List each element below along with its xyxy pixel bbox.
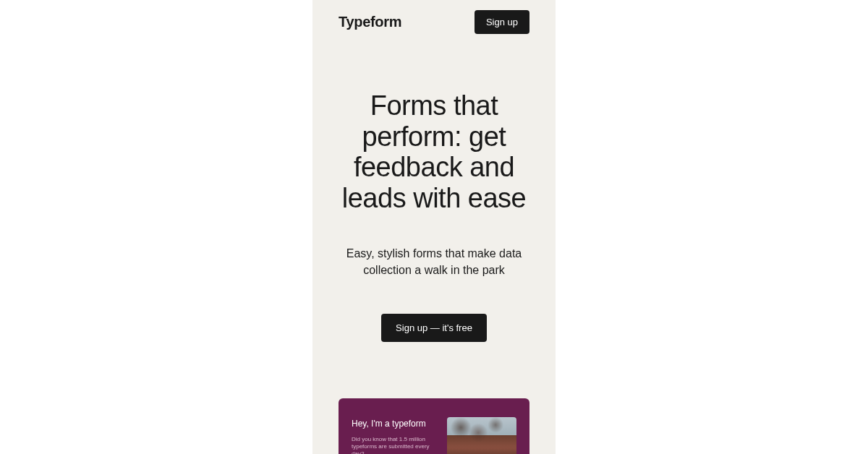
demo-card: Hey, I'm a typeform Did you know that 1.… — [339, 398, 529, 454]
signup-button-header[interactable]: Sign up — [475, 10, 529, 34]
hero-section: Forms that perform: get feedback and lea… — [312, 44, 556, 342]
demo-card-subtitle: Did you know that 1.5 million typeforms … — [352, 436, 431, 454]
image-overlay — [447, 417, 516, 454]
hero-title: Forms that perform: get feedback and lea… — [327, 90, 541, 213]
cta-signup-button[interactable]: Sign up — it's free — [381, 314, 487, 342]
demo-card-image — [447, 417, 516, 454]
hero-subtitle: Easy, stylish forms that make data colle… — [327, 245, 541, 278]
logo[interactable]: Typeform — [339, 14, 401, 30]
header: Typeform Sign up — [312, 0, 556, 44]
page-container: Typeform Sign up Forms that perform: get… — [312, 0, 556, 454]
